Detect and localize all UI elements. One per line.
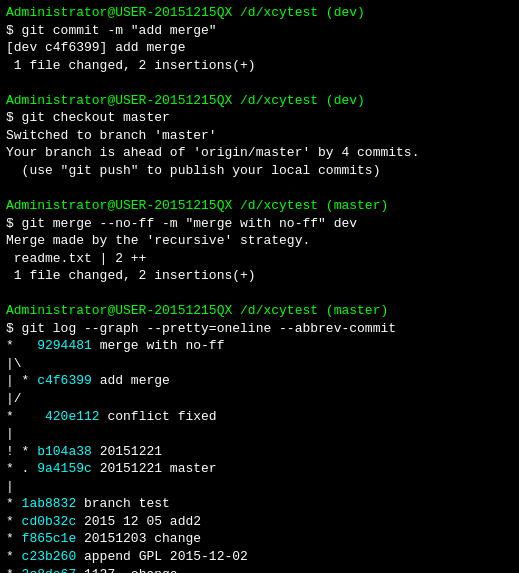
graph-1: * 9294481 merge with no-ff [6, 337, 513, 355]
graph-5: * 420e112 conflict fixed [6, 408, 513, 426]
graph-3: | * c4f6399 add merge [6, 372, 513, 390]
output-5: (use "git push" to publish your local co… [6, 162, 513, 180]
graph-8: * . 9a4159c 20151221 master [6, 460, 513, 478]
graph-14: * 2c8de67 1127 change [6, 566, 513, 574]
graph-9: | [6, 478, 513, 496]
cmd-4: $ git log --graph --pretty=oneline --abb… [6, 320, 513, 338]
blank-2 [6, 179, 513, 197]
graph-6: | [6, 425, 513, 443]
prompt-3: Administrator@USER-20151215QX /d/xcytest… [6, 197, 513, 215]
graph-13: * c23b260 append GPL 2015-12-02 [6, 548, 513, 566]
graph-7: ! * b104a38 20151221 [6, 443, 513, 461]
terminal: Administrator@USER-20151215QX /d/xcytest… [0, 0, 519, 573]
blank-3 [6, 285, 513, 303]
graph-10: * 1ab8832 branch test [6, 495, 513, 513]
output-1: [dev c4f6399] add merge [6, 39, 513, 57]
output-6: Merge made by the 'recursive' strategy. [6, 232, 513, 250]
cmd-1: $ git commit -m "add merge" [6, 22, 513, 40]
graph-4: |/ [6, 390, 513, 408]
output-8: 1 file changed, 2 insertions(+) [6, 267, 513, 285]
blank-1 [6, 74, 513, 92]
graph-11: * cd0b32c 2015 12 05 add2 [6, 513, 513, 531]
cmd-3: $ git merge --no-ff -m "merge with no-ff… [6, 215, 513, 233]
output-7: readme.txt | 2 ++ [6, 250, 513, 268]
graph-12: * f865c1e 20151203 change [6, 530, 513, 548]
prompt-4: Administrator@USER-20151215QX /d/xcytest… [6, 302, 513, 320]
output-3: Switched to branch 'master' [6, 127, 513, 145]
prompt-1: Administrator@USER-20151215QX /d/xcytest… [6, 4, 513, 22]
output-2: 1 file changed, 2 insertions(+) [6, 57, 513, 75]
output-4: Your branch is ahead of 'origin/master' … [6, 144, 513, 162]
prompt-2: Administrator@USER-20151215QX /d/xcytest… [6, 92, 513, 110]
cmd-2: $ git checkout master [6, 109, 513, 127]
graph-2: |\ [6, 355, 513, 373]
